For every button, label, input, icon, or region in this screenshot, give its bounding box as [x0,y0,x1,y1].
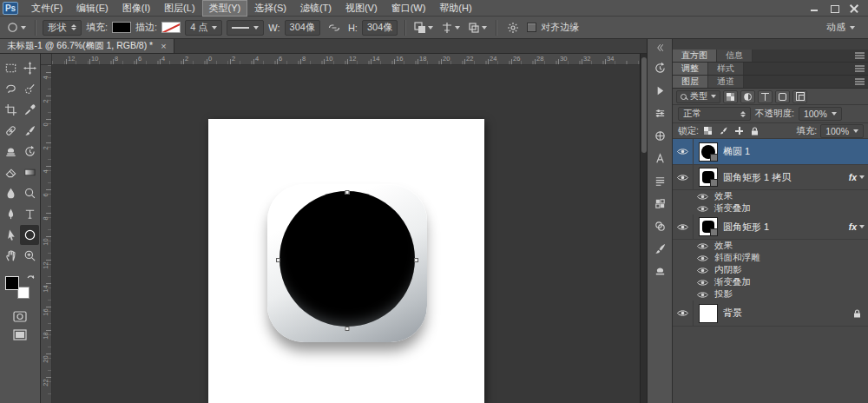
tab-info[interactable]: 信息 [717,50,753,62]
menu-layer[interactable]: 图层(L) [157,0,201,17]
crop-tool[interactable] [1,100,20,120]
visibility-toggle[interactable] [673,215,694,239]
brush-panel-icon[interactable] [649,238,670,259]
menu-help[interactable]: 帮助(H) [432,0,478,17]
layer-name[interactable]: 背景 [723,307,742,320]
layer-row-background[interactable]: 背景 [673,301,868,327]
path-anchor-right[interactable] [414,258,418,262]
filter-adjustment-layers-icon[interactable] [740,90,755,103]
blend-mode-select[interactable]: 正常 [678,107,751,121]
effect-visibility-toggle[interactable] [697,242,708,250]
panel-menu-icon[interactable] [855,65,865,72]
effect-visibility-toggle[interactable] [697,193,708,201]
stroke-width-input[interactable]: 4 点 [185,20,222,36]
document-tab[interactable]: 未标题-1 @ 66.7%(椭圆 1, RGB/8) * × [0,39,174,53]
workspace-switcher[interactable]: 动感 [826,21,864,34]
effect-visibility-toggle[interactable] [697,279,708,287]
clone-stamp-tool[interactable] [1,142,20,162]
brush-tool[interactable] [20,121,39,141]
fill-swatch[interactable] [112,22,131,33]
visibility-toggle[interactable] [673,301,694,326]
fill-input[interactable]: 100% [820,124,864,138]
color-panel-icon[interactable] [649,215,670,236]
rounded-rectangle-shape[interactable] [267,184,427,342]
path-arrangement-icon[interactable] [466,20,489,36]
shape-height-input[interactable]: 304像 [362,20,398,36]
menu-filter[interactable]: 滤镜(T) [293,0,339,17]
fx-collapse-icon[interactable] [859,225,865,228]
spot-healing-brush-tool[interactable] [1,121,20,141]
lock-transparent-pixels-icon[interactable] [702,125,714,136]
layer-row-ellipse-1[interactable]: 椭圆 1 [673,139,868,165]
lock-all-icon[interactable] [749,125,761,136]
restore-icon[interactable] [830,4,839,12]
layer-thumbnail[interactable] [699,304,718,323]
quick-mask-mode-icon[interactable] [13,311,27,322]
menu-image[interactable]: 图像(I) [115,0,157,17]
path-anchor-bottom[interactable] [345,327,350,331]
effect-row-inner-shadow[interactable]: 内阴影 [673,264,868,276]
menu-file[interactable]: 文件(F) [24,0,69,17]
menu-select[interactable]: 选择(S) [247,0,293,17]
tab-histogram[interactable]: 直方图 [673,50,717,62]
filter-shape-layers-icon[interactable] [775,90,790,103]
path-operations-icon[interactable] [412,20,435,36]
opacity-input[interactable]: 100% [799,107,842,121]
layer-thumbnail[interactable] [699,168,718,187]
hand-tool[interactable] [1,246,20,266]
tab-close-icon[interactable]: × [161,42,166,50]
actions-panel-icon[interactable] [649,80,670,101]
lock-position-icon[interactable] [733,125,746,136]
panel-menu-icon[interactable] [855,78,865,85]
shape-width-input[interactable]: 304像 [285,20,320,36]
visibility-toggle[interactable] [673,165,694,189]
paragraph-panel-icon[interactable] [649,170,670,191]
ellipse-tool[interactable] [20,225,39,245]
close-icon[interactable] [850,4,859,12]
canvas-pasteboard[interactable] [52,65,640,403]
filter-kind-select[interactable]: 类型 [676,90,720,103]
properties-panel-icon[interactable] [649,102,670,123]
tool-preset-picker[interactable] [4,20,28,36]
effect-row-gradient-overlay[interactable]: 渐变叠加 [673,276,868,288]
layer-thumbnail[interactable] [699,142,718,162]
dodge-tool[interactable] [20,183,39,203]
effect-visibility-toggle[interactable] [697,205,708,213]
layer-row-rounded-rect-copy[interactable]: 圆角矩形 1 拷贝 fx [673,165,868,190]
document-canvas[interactable] [208,119,484,403]
rectangular-marquee-tool[interactable] [1,58,20,78]
history-brush-tool[interactable] [20,142,39,162]
layer-thumbnail[interactable] [699,217,718,236]
swatches-panel-icon[interactable] [649,193,670,214]
path-anchor-top[interactable] [345,190,350,195]
fx-badge[interactable]: fx [849,221,859,232]
quick-selection-tool[interactable] [20,79,39,99]
pen-tool[interactable] [1,204,20,224]
menu-type[interactable]: 类型(Y) [202,0,248,17]
blur-tool[interactable] [1,183,20,203]
effect-visibility-toggle[interactable] [697,254,708,262]
screen-mode-icon[interactable] [13,329,27,340]
gradient-tool[interactable] [20,162,39,182]
path-selection-tool[interactable] [1,225,20,245]
tab-channels[interactable]: 通道 [708,76,744,88]
move-tool[interactable] [20,58,39,78]
menu-edit[interactable]: 编辑(E) [69,0,115,17]
effect-row-drop-shadow[interactable]: 投影 [673,288,868,301]
foreground-color-swatch[interactable] [5,276,19,290]
effect-row-gradient-overlay[interactable]: 渐变叠加 [673,202,868,215]
layer-name[interactable]: 圆角矩形 1 [723,221,769,234]
menu-window[interactable]: 窗口(W) [385,0,433,17]
eraser-tool[interactable] [1,162,20,182]
fx-collapse-icon[interactable] [859,175,865,179]
character-panel-icon[interactable] [649,148,670,168]
fx-badge[interactable]: fx [849,172,859,182]
vertical-scrollbar[interactable] [640,54,647,403]
visibility-toggle[interactable] [673,139,694,164]
panel-menu-icon[interactable] [855,52,865,59]
layer-name[interactable]: 椭圆 1 [723,145,750,158]
clone-source-panel-icon[interactable] [649,261,670,281]
background-color-swatch[interactable] [17,287,30,299]
horizontal-type-tool[interactable] [20,204,39,224]
tab-adjustments[interactable]: 调整 [673,63,708,75]
